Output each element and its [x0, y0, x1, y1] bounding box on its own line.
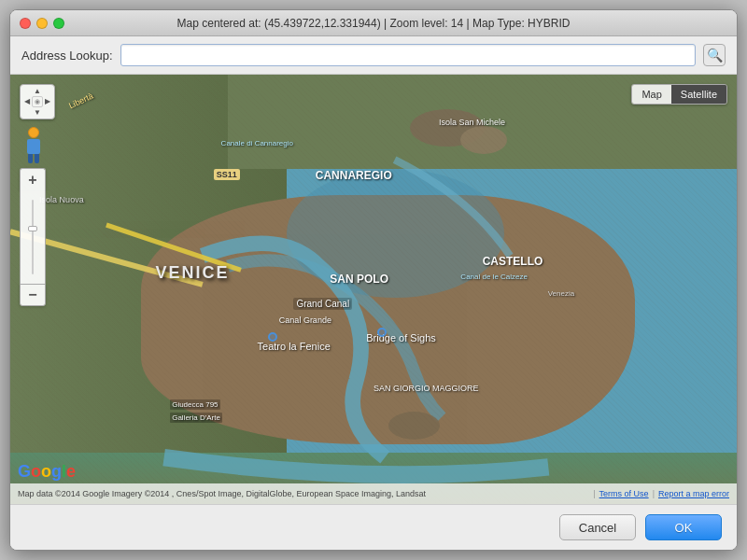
- report-map-error-link[interactable]: Report a map error: [658, 489, 729, 498]
- urban-overlay: [10, 75, 737, 504]
- minimize-button[interactable]: [36, 18, 48, 29]
- map-attribution: Map data ©2014 Google Imagery ©2014 , Cn…: [10, 483, 737, 504]
- nav-control[interactable]: ▲ ◀ ◉ ▶ ▼: [20, 84, 55, 119]
- traffic-lights: [20, 18, 64, 29]
- zoom-slider[interactable]: [20, 190, 46, 284]
- address-bar: Address Lookup: 🔍: [10, 36, 737, 75]
- search-icon: 🔍: [707, 48, 723, 63]
- pegman-legs: [24, 154, 43, 163]
- zoom-control: + −: [20, 168, 55, 306]
- terms-of-use-link[interactable]: Terms of Use: [599, 489, 649, 498]
- nav-left-arrow[interactable]: ◀: [21, 96, 32, 106]
- map-controls: ▲ ◀ ◉ ▶ ▼: [20, 84, 55, 306]
- nav-center[interactable]: ◉: [32, 96, 42, 106]
- pegman-leg-left: [28, 154, 33, 163]
- google-logo: Google: [18, 462, 76, 482]
- map-type-toggle: Map Satellite: [631, 84, 727, 105]
- nav-down-arrow[interactable]: ▼: [32, 107, 42, 118]
- maximize-button[interactable]: [53, 18, 64, 29]
- cancel-button[interactable]: Cancel: [559, 514, 636, 540]
- map-container[interactable]: VENICE CANNAREGIO SAN POLO CASTELLO Gran…: [10, 75, 737, 504]
- address-label: Address Lookup:: [21, 49, 113, 63]
- nav-arrows: ▲ ◀ ◉ ▶ ▼: [21, 86, 53, 118]
- search-button[interactable]: 🔍: [703, 44, 726, 66]
- window-title: Map centered at: (45.439722,12.331944) |…: [177, 17, 571, 30]
- pegman-head: [28, 127, 39, 138]
- google-logo-text: Google: [18, 462, 76, 481]
- zoom-out-button[interactable]: −: [20, 284, 46, 306]
- attribution-text: Map data ©2014 Google Imagery ©2014 , Cn…: [18, 489, 589, 498]
- pegman-body: [27, 139, 40, 154]
- ok-button[interactable]: OK: [645, 514, 722, 540]
- zoom-track: [32, 200, 34, 274]
- zoom-thumb[interactable]: [28, 226, 37, 231]
- titlebar: Map centered at: (45.439722,12.331944) |…: [10, 10, 737, 36]
- address-input[interactable]: [120, 44, 696, 66]
- pegman-leg-right: [35, 154, 39, 163]
- main-window: Map centered at: (45.439722,12.331944) |…: [9, 9, 738, 551]
- nav-right-arrow[interactable]: ▶: [43, 96, 53, 106]
- bottom-bar: Cancel OK: [10, 504, 737, 550]
- zoom-in-button[interactable]: +: [20, 168, 46, 190]
- map-satellite: VENICE CANNAREGIO SAN POLO CASTELLO Gran…: [10, 75, 737, 504]
- map-type-satellite-button[interactable]: Satellite: [671, 85, 726, 104]
- close-button[interactable]: [20, 18, 31, 29]
- map-type-map-button[interactable]: Map: [632, 85, 670, 104]
- pegman-figure: [24, 127, 43, 161]
- pegman-button[interactable]: [20, 123, 48, 164]
- nav-up-arrow[interactable]: ▲: [32, 86, 42, 96]
